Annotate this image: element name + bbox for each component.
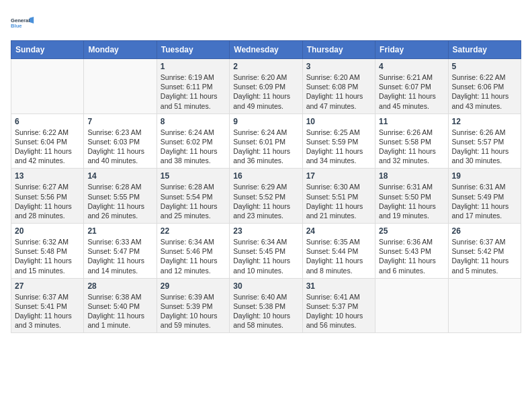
- svg-marker-2: [30, 17, 34, 24]
- day-cell: 23Sunrise: 6:34 AM Sunset: 5:45 PM Dayli…: [230, 224, 302, 279]
- day-number: 22: [161, 226, 226, 236]
- day-number: 2: [233, 62, 298, 71]
- day-info: Sunrise: 6:20 AM Sunset: 6:09 PM Dayligh…: [233, 73, 298, 111]
- day-number: 28: [87, 281, 152, 291]
- weekday-header-friday: Friday: [375, 41, 448, 59]
- day-cell: 6Sunrise: 6:22 AM Sunset: 6:04 PM Daylig…: [11, 113, 84, 169]
- day-number: 7: [87, 117, 152, 126]
- day-info: Sunrise: 6:35 AM Sunset: 5:44 PM Dayligh…: [306, 237, 371, 275]
- day-info: Sunrise: 6:22 AM Sunset: 6:04 PM Dayligh…: [15, 128, 80, 166]
- day-cell: 16Sunrise: 6:29 AM Sunset: 5:52 PM Dayli…: [230, 169, 302, 224]
- week-row-1: 1Sunrise: 6:19 AM Sunset: 6:11 PM Daylig…: [11, 59, 521, 114]
- day-info: Sunrise: 6:41 AM Sunset: 5:37 PM Dayligh…: [306, 292, 371, 330]
- day-cell: 12Sunrise: 6:26 AM Sunset: 5:57 PM Dayli…: [448, 113, 521, 169]
- day-info: Sunrise: 6:40 AM Sunset: 5:38 PM Dayligh…: [233, 292, 298, 330]
- day-info: Sunrise: 6:19 AM Sunset: 6:11 PM Dayligh…: [161, 73, 226, 111]
- day-cell: 30Sunrise: 6:40 AM Sunset: 5:38 PM Dayli…: [230, 278, 302, 333]
- day-cell: 10Sunrise: 6:25 AM Sunset: 5:59 PM Dayli…: [302, 113, 375, 169]
- day-number: 1: [161, 62, 226, 71]
- day-number: 18: [379, 171, 444, 181]
- day-cell: 3Sunrise: 6:20 AM Sunset: 6:08 PM Daylig…: [302, 59, 375, 114]
- day-cell: 9Sunrise: 6:24 AM Sunset: 6:01 PM Daylig…: [230, 113, 302, 169]
- day-number: 14: [87, 171, 152, 181]
- day-cell: 5Sunrise: 6:22 AM Sunset: 6:06 PM Daylig…: [448, 59, 521, 114]
- day-info: Sunrise: 6:24 AM Sunset: 6:01 PM Dayligh…: [233, 128, 298, 166]
- page-header: GeneralBlue: [11, 11, 521, 35]
- day-number: 30: [233, 281, 298, 291]
- day-cell: 21Sunrise: 6:33 AM Sunset: 5:47 PM Dayli…: [84, 224, 157, 279]
- day-cell: 29Sunrise: 6:39 AM Sunset: 5:39 PM Dayli…: [157, 278, 229, 333]
- day-number: 3: [306, 62, 371, 71]
- day-cell: [11, 59, 84, 114]
- weekday-header-thursday: Thursday: [302, 41, 375, 59]
- day-cell: 27Sunrise: 6:37 AM Sunset: 5:41 PM Dayli…: [11, 278, 84, 333]
- day-cell: 7Sunrise: 6:23 AM Sunset: 6:03 PM Daylig…: [84, 113, 157, 169]
- day-info: Sunrise: 6:37 AM Sunset: 5:42 PM Dayligh…: [452, 237, 517, 275]
- day-number: 13: [15, 171, 80, 181]
- day-cell: 14Sunrise: 6:28 AM Sunset: 5:55 PM Dayli…: [84, 169, 157, 224]
- day-number: 27: [15, 281, 80, 291]
- day-number: 9: [233, 117, 298, 126]
- day-info: Sunrise: 6:21 AM Sunset: 6:07 PM Dayligh…: [379, 73, 444, 111]
- day-cell: 15Sunrise: 6:28 AM Sunset: 5:54 PM Dayli…: [157, 169, 229, 224]
- day-cell: 8Sunrise: 6:24 AM Sunset: 6:02 PM Daylig…: [157, 113, 229, 169]
- day-number: 26: [452, 226, 517, 236]
- day-info: Sunrise: 6:32 AM Sunset: 5:48 PM Dayligh…: [15, 237, 80, 275]
- day-number: 25: [379, 226, 444, 236]
- day-number: 24: [306, 226, 371, 236]
- day-number: 23: [233, 226, 298, 236]
- day-number: 31: [306, 281, 371, 291]
- day-info: Sunrise: 6:26 AM Sunset: 5:57 PM Dayligh…: [452, 128, 517, 166]
- day-cell: 25Sunrise: 6:36 AM Sunset: 5:43 PM Dayli…: [375, 224, 448, 279]
- day-info: Sunrise: 6:20 AM Sunset: 6:08 PM Dayligh…: [306, 73, 371, 111]
- day-cell: 1Sunrise: 6:19 AM Sunset: 6:11 PM Daylig…: [157, 59, 229, 114]
- day-cell: 18Sunrise: 6:31 AM Sunset: 5:50 PM Dayli…: [375, 169, 448, 224]
- day-number: 6: [15, 117, 80, 126]
- weekday-header-sunday: Sunday: [11, 41, 84, 59]
- logo: GeneralBlue: [11, 11, 35, 35]
- day-info: Sunrise: 6:31 AM Sunset: 5:49 PM Dayligh…: [452, 182, 517, 220]
- day-number: 8: [161, 117, 226, 126]
- day-number: 21: [87, 226, 152, 236]
- day-cell: 13Sunrise: 6:27 AM Sunset: 5:56 PM Dayli…: [11, 169, 84, 224]
- day-info: Sunrise: 6:28 AM Sunset: 5:54 PM Dayligh…: [161, 182, 226, 220]
- day-info: Sunrise: 6:30 AM Sunset: 5:51 PM Dayligh…: [306, 182, 371, 220]
- day-info: Sunrise: 6:24 AM Sunset: 6:02 PM Dayligh…: [161, 128, 226, 166]
- week-row-3: 13Sunrise: 6:27 AM Sunset: 5:56 PM Dayli…: [11, 169, 521, 224]
- day-info: Sunrise: 6:29 AM Sunset: 5:52 PM Dayligh…: [233, 182, 298, 220]
- day-info: Sunrise: 6:33 AM Sunset: 5:47 PM Dayligh…: [87, 237, 152, 275]
- day-cell: 31Sunrise: 6:41 AM Sunset: 5:37 PM Dayli…: [302, 278, 375, 333]
- day-info: Sunrise: 6:26 AM Sunset: 5:58 PM Dayligh…: [379, 128, 444, 166]
- day-number: 20: [15, 226, 80, 236]
- svg-text:General: General: [11, 17, 30, 24]
- day-cell: [84, 59, 157, 114]
- weekday-header-row: SundayMondayTuesdayWednesdayThursdayFrid…: [11, 41, 521, 59]
- day-number: 10: [306, 117, 371, 126]
- svg-text:Blue: Blue: [11, 23, 22, 29]
- day-cell: 11Sunrise: 6:26 AM Sunset: 5:58 PM Dayli…: [375, 113, 448, 169]
- day-cell: [375, 278, 448, 333]
- day-info: Sunrise: 6:25 AM Sunset: 5:59 PM Dayligh…: [306, 128, 371, 166]
- day-number: 19: [452, 171, 517, 181]
- day-info: Sunrise: 6:37 AM Sunset: 5:41 PM Dayligh…: [15, 292, 80, 330]
- day-info: Sunrise: 6:27 AM Sunset: 5:56 PM Dayligh…: [15, 182, 80, 220]
- weekday-header-saturday: Saturday: [448, 41, 521, 59]
- week-row-4: 20Sunrise: 6:32 AM Sunset: 5:48 PM Dayli…: [11, 224, 521, 279]
- calendar-table: SundayMondayTuesdayWednesdayThursdayFrid…: [11, 40, 521, 333]
- day-number: 15: [161, 171, 226, 181]
- day-number: 17: [306, 171, 371, 181]
- weekday-header-monday: Monday: [84, 41, 157, 59]
- day-cell: 26Sunrise: 6:37 AM Sunset: 5:42 PM Dayli…: [448, 224, 521, 279]
- day-info: Sunrise: 6:23 AM Sunset: 6:03 PM Dayligh…: [87, 128, 152, 166]
- logo-icon: GeneralBlue: [11, 11, 35, 35]
- weekday-header-wednesday: Wednesday: [230, 41, 302, 59]
- day-number: 12: [452, 117, 517, 126]
- week-row-2: 6Sunrise: 6:22 AM Sunset: 6:04 PM Daylig…: [11, 113, 521, 169]
- day-number: 29: [161, 281, 226, 291]
- day-number: 16: [233, 171, 298, 181]
- day-cell: 2Sunrise: 6:20 AM Sunset: 6:09 PM Daylig…: [230, 59, 302, 114]
- day-cell: 20Sunrise: 6:32 AM Sunset: 5:48 PM Dayli…: [11, 224, 84, 279]
- week-row-5: 27Sunrise: 6:37 AM Sunset: 5:41 PM Dayli…: [11, 278, 521, 333]
- day-cell: 28Sunrise: 6:38 AM Sunset: 5:40 PM Dayli…: [84, 278, 157, 333]
- day-cell: 17Sunrise: 6:30 AM Sunset: 5:51 PM Dayli…: [302, 169, 375, 224]
